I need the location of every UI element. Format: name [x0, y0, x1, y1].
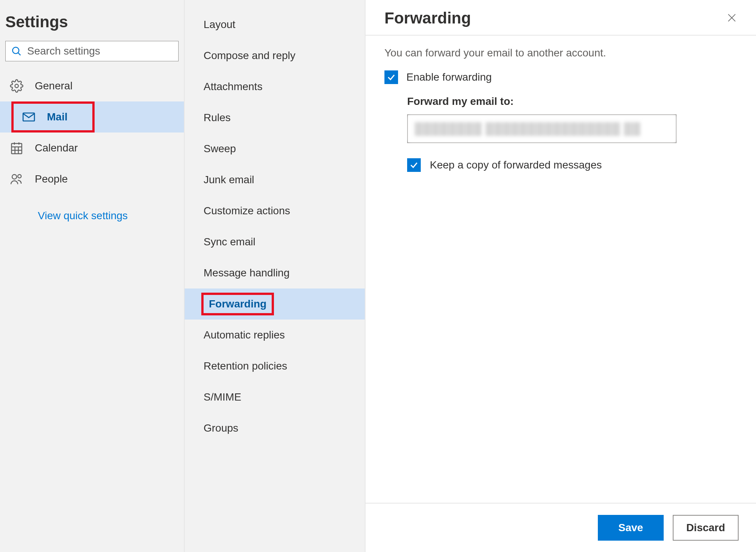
sidebar-label-general: General	[35, 80, 73, 92]
annotation-red-box-forwarding: Forwarding	[201, 293, 274, 315]
svg-point-0	[12, 47, 19, 54]
svg-point-2	[15, 84, 19, 88]
sub-item-compose[interactable]: Compose and reply	[185, 40, 365, 71]
sub-item-junk[interactable]: Junk email	[185, 164, 365, 195]
search-icon	[11, 45, 22, 57]
sidebar-item-mail[interactable]: Mail	[0, 101, 184, 133]
close-icon	[726, 12, 737, 23]
sub-item-groups[interactable]: Groups	[185, 413, 365, 444]
sidebar-label-mail: Mail	[47, 111, 67, 123]
enable-forwarding-row: Enable forwarding	[384, 70, 737, 84]
annotation-red-box-mail: Mail	[11, 101, 95, 133]
sidebar-item-calendar[interactable]: Calendar	[0, 133, 184, 164]
settings-title: Settings	[0, 10, 184, 41]
people-icon	[10, 172, 23, 186]
intro-text: You can forward your email to another ac…	[384, 47, 737, 59]
discard-button[interactable]: Discard	[673, 515, 739, 541]
sub-item-customize[interactable]: Customize actions	[185, 195, 365, 226]
enable-forwarding-label: Enable forwarding	[406, 71, 492, 83]
sub-item-rules[interactable]: Rules	[185, 102, 365, 133]
svg-point-11	[12, 175, 17, 179]
sub-item-sweep[interactable]: Sweep	[185, 133, 365, 164]
gear-icon	[10, 79, 23, 93]
sidebar-label-calendar: Calendar	[35, 142, 78, 154]
svg-line-1	[18, 53, 20, 55]
svg-point-12	[18, 175, 21, 178]
sub-item-attachments[interactable]: Attachments	[185, 71, 365, 102]
main-body: You can forward your email to another ac…	[366, 36, 756, 503]
sub-item-layout[interactable]: Layout	[185, 9, 365, 40]
checkmark-icon	[387, 73, 396, 82]
search-input[interactable]	[27, 45, 173, 57]
calendar-icon	[10, 141, 23, 155]
sub-item-handling[interactable]: Message handling	[185, 257, 365, 288]
svg-rect-4	[12, 143, 22, 154]
sidebar-item-people[interactable]: People	[0, 164, 184, 195]
forward-block: Forward my email to: ████████ ██████████…	[384, 95, 737, 143]
keep-copy-checkbox[interactable]	[407, 158, 421, 172]
save-button[interactable]: Save	[598, 515, 664, 541]
forward-to-label: Forward my email to:	[407, 95, 737, 108]
footer: Save Discard	[366, 503, 756, 552]
sub-item-smime[interactable]: S/MIME	[185, 382, 365, 413]
sidebar-item-general[interactable]: General	[0, 70, 184, 101]
main-panel: Forwarding You can forward your email to…	[366, 0, 756, 552]
mail-subpanel: Layout Compose and reply Attachments Rul…	[185, 0, 366, 552]
keep-copy-label: Keep a copy of forwarded messages	[430, 159, 602, 171]
view-quick-settings-link[interactable]: View quick settings	[0, 195, 184, 222]
keep-copy-row: Keep a copy of forwarded messages	[384, 158, 737, 172]
main-header: Forwarding	[366, 0, 756, 36]
close-button[interactable]	[726, 9, 737, 25]
forward-to-input[interactable]	[407, 114, 677, 143]
settings-sidebar: Settings General Mail Calendar People Vi…	[0, 0, 185, 552]
checkmark-icon	[409, 161, 418, 170]
sub-item-forwarding[interactable]: Forwarding	[185, 288, 365, 320]
sub-item-autoreply[interactable]: Automatic replies	[185, 320, 365, 351]
enable-forwarding-checkbox[interactable]	[384, 70, 398, 84]
search-input-wrap[interactable]	[5, 41, 179, 61]
sidebar-label-people: People	[35, 173, 68, 185]
sub-item-retention[interactable]: Retention policies	[185, 351, 365, 382]
mail-icon	[22, 110, 36, 124]
page-title: Forwarding	[384, 9, 471, 27]
sub-item-sync[interactable]: Sync email	[185, 226, 365, 257]
